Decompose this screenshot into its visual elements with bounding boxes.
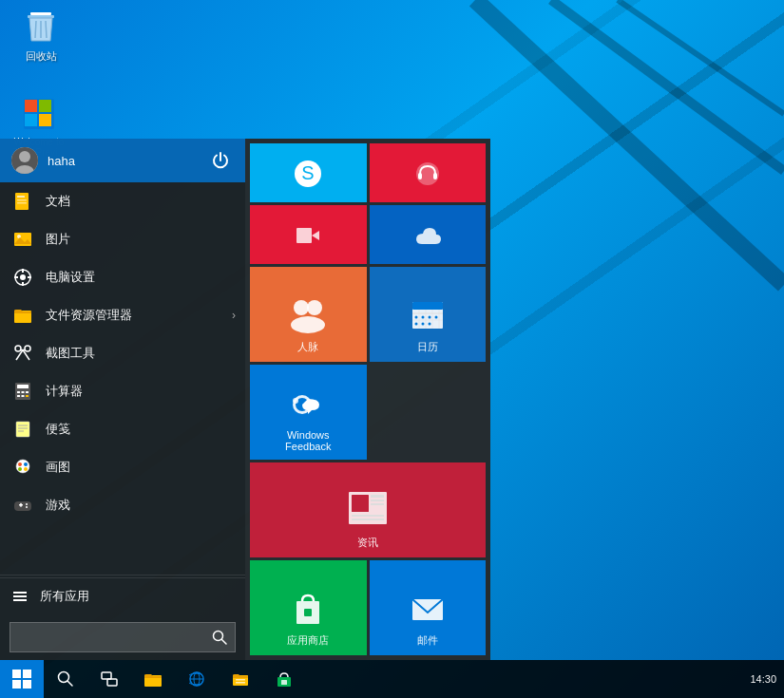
svg-rect-95: [371, 503, 384, 505]
skype-icon: S: [291, 157, 325, 191]
tile-calendar[interactable]: 日历: [370, 267, 487, 362]
search-taskbar-icon: [57, 670, 74, 688]
svg-rect-27: [14, 276, 18, 278]
start-button[interactable]: [0, 660, 44, 698]
start-menu-tiles: S: [245, 139, 490, 660]
calendar-icon: [407, 294, 449, 336]
svg-point-51: [24, 467, 28, 471]
feedback-icon: [287, 384, 329, 425]
renren-label: 人脉: [297, 340, 318, 354]
menu-item-documents[interactable]: 文档: [0, 182, 245, 220]
svg-rect-43: [16, 422, 29, 437]
menu-item-paint[interactable]: 画图: [0, 448, 245, 486]
tile-news[interactable]: 资讯: [250, 462, 486, 557]
paint-icon: [11, 456, 34, 479]
svg-rect-111: [236, 682, 245, 684]
tile-skype[interactable]: S: [250, 143, 367, 202]
calc-icon: [11, 380, 34, 403]
search-button[interactable]: [44, 660, 87, 698]
search-icon: [212, 630, 227, 645]
user-header: haha: [0, 139, 245, 182]
svg-rect-97: [352, 519, 384, 520]
ie-button[interactable]: [175, 660, 219, 698]
tile-onedrive[interactable]: [370, 205, 487, 264]
news-icon: [344, 484, 392, 532]
menu-item-games[interactable]: 游戏: [0, 486, 245, 524]
store-taskbar-icon: [276, 670, 293, 688]
svg-rect-40: [17, 395, 20, 397]
username: haha: [48, 154, 75, 168]
svg-rect-68: [296, 228, 312, 243]
svg-point-49: [24, 462, 28, 466]
svg-rect-25: [22, 269, 24, 273]
notepad-icon: [11, 418, 34, 441]
svg-rect-93: [371, 495, 384, 498]
svg-point-85: [421, 316, 424, 319]
recycle-bin-icon[interactable]: 回收站: [8, 8, 74, 64]
task-view-button[interactable]: [87, 660, 131, 698]
svg-rect-96: [352, 515, 384, 517]
file-manager-button[interactable]: [219, 660, 262, 698]
tile-feedback[interactable]: WindowsFeedback: [250, 365, 367, 460]
file-explorer-icon: [11, 304, 34, 327]
svg-line-102: [68, 682, 73, 687]
all-apps-icon: [11, 588, 29, 605]
store-icon: [287, 588, 329, 630]
svg-rect-77: [412, 302, 443, 310]
mail-icon: [407, 588, 449, 630]
menu-item-calc[interactable]: 计算器: [0, 372, 245, 410]
tile-mail[interactable]: 邮件: [370, 560, 487, 655]
svg-rect-53: [14, 501, 31, 511]
svg-rect-39: [26, 391, 29, 393]
renren-icon: [284, 289, 332, 336]
documents-icon: [11, 190, 34, 213]
svg-line-1: [551, 0, 784, 171]
snip-icon: [11, 342, 34, 365]
svg-point-84: [414, 316, 417, 319]
recycle-bin-image: [22, 8, 60, 46]
settings-icon: [11, 266, 34, 289]
windows-logo: [12, 670, 31, 689]
video-icon: [291, 218, 325, 253]
svg-point-87: [434, 316, 437, 319]
svg-rect-103: [102, 672, 111, 679]
svg-rect-3: [30, 12, 51, 15]
arrow-icon: ›: [232, 309, 236, 322]
menu-item-notepad[interactable]: 便笺: [0, 410, 245, 448]
svg-rect-17: [17, 196, 25, 198]
search-box[interactable]: [10, 622, 236, 652]
svg-rect-37: [17, 391, 20, 393]
search-input[interactable]: [18, 631, 206, 645]
file-explorer-taskbar-button[interactable]: [131, 660, 175, 698]
menu-item-pictures[interactable]: 图片: [0, 220, 245, 258]
system-tray: 14:30: [750, 673, 784, 685]
tile-store[interactable]: 应用商店: [250, 560, 367, 655]
recycle-bin-label: 回收站: [26, 49, 57, 64]
calc-label: 计算器: [46, 383, 83, 400]
svg-rect-16: [15, 193, 29, 210]
paint-label: 画图: [46, 459, 70, 476]
svg-rect-36: [17, 385, 29, 388]
menu-item-file-explorer[interactable]: 文件资源管理器 ›: [0, 296, 245, 334]
task-view-icon: [101, 670, 118, 688]
file-manager-icon: [231, 670, 250, 688]
svg-rect-28: [28, 276, 31, 278]
tile-video[interactable]: [250, 205, 367, 264]
menu-item-settings[interactable]: 电脑设置: [0, 258, 245, 296]
tile-renren[interactable]: 人脉: [250, 267, 367, 362]
svg-line-62: [222, 640, 227, 645]
power-button[interactable]: [207, 150, 234, 171]
notepad-label: 便笺: [46, 421, 70, 438]
svg-point-30: [15, 346, 21, 351]
all-apps-button[interactable]: 所有应用: [0, 577, 245, 614]
separator: [0, 575, 245, 575]
svg-rect-26: [22, 282, 24, 286]
svg-rect-92: [352, 495, 369, 512]
menu-item-snip[interactable]: 截图工具: [0, 334, 245, 372]
games-icon: [11, 494, 34, 517]
svg-point-88: [414, 323, 417, 326]
store-taskbar-button[interactable]: [262, 660, 306, 698]
tile-music[interactable]: [370, 143, 487, 202]
svg-rect-38: [22, 391, 25, 393]
news-label: 资讯: [357, 536, 378, 550]
